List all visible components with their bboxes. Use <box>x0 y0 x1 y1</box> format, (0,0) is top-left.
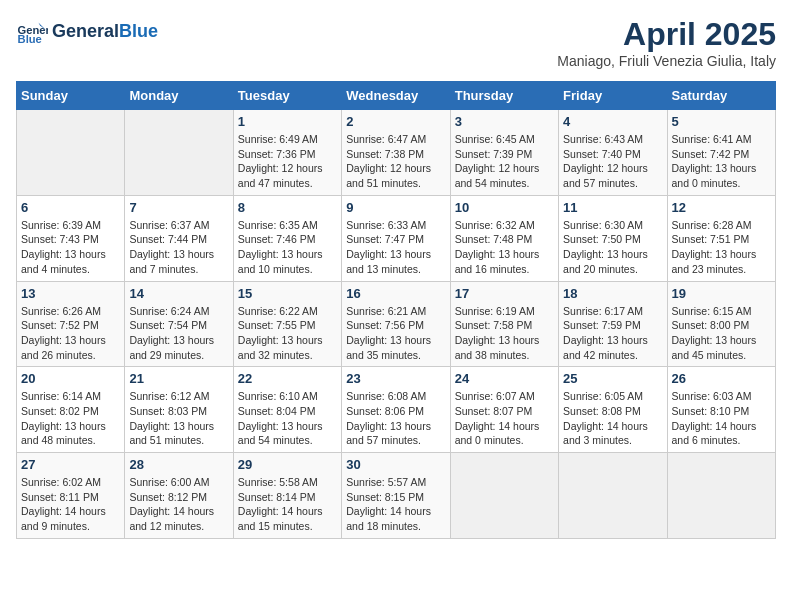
day-number: 30 <box>346 457 445 472</box>
calendar-day-cell: 24Sunrise: 6:07 AMSunset: 8:07 PMDayligh… <box>450 367 558 453</box>
day-number: 10 <box>455 200 554 215</box>
weekday-header-cell: Monday <box>125 82 233 110</box>
day-detail: Sunrise: 6:32 AMSunset: 7:48 PMDaylight:… <box>455 218 554 277</box>
calendar-day-cell: 17Sunrise: 6:19 AMSunset: 7:58 PMDayligh… <box>450 281 558 367</box>
day-detail: Sunrise: 6:30 AMSunset: 7:50 PMDaylight:… <box>563 218 662 277</box>
day-detail: Sunrise: 6:26 AMSunset: 7:52 PMDaylight:… <box>21 304 120 363</box>
calendar-day-cell: 18Sunrise: 6:17 AMSunset: 7:59 PMDayligh… <box>559 281 667 367</box>
calendar-day-cell: 26Sunrise: 6:03 AMSunset: 8:10 PMDayligh… <box>667 367 775 453</box>
calendar-week-row: 1Sunrise: 6:49 AMSunset: 7:36 PMDaylight… <box>17 110 776 196</box>
page-header: General Blue GeneralBlue April 2025 Mani… <box>16 16 776 69</box>
day-number: 28 <box>129 457 228 472</box>
calendar-body: 1Sunrise: 6:49 AMSunset: 7:36 PMDaylight… <box>17 110 776 539</box>
day-number: 5 <box>672 114 771 129</box>
calendar-day-cell: 11Sunrise: 6:30 AMSunset: 7:50 PMDayligh… <box>559 195 667 281</box>
day-number: 8 <box>238 200 337 215</box>
calendar-day-cell <box>559 453 667 539</box>
day-detail: Sunrise: 6:17 AMSunset: 7:59 PMDaylight:… <box>563 304 662 363</box>
day-detail: Sunrise: 6:21 AMSunset: 7:56 PMDaylight:… <box>346 304 445 363</box>
calendar-day-cell: 25Sunrise: 6:05 AMSunset: 8:08 PMDayligh… <box>559 367 667 453</box>
calendar-day-cell: 14Sunrise: 6:24 AMSunset: 7:54 PMDayligh… <box>125 281 233 367</box>
day-detail: Sunrise: 6:19 AMSunset: 7:58 PMDaylight:… <box>455 304 554 363</box>
day-number: 18 <box>563 286 662 301</box>
day-detail: Sunrise: 6:49 AMSunset: 7:36 PMDaylight:… <box>238 132 337 191</box>
day-number: 15 <box>238 286 337 301</box>
day-detail: Sunrise: 5:57 AMSunset: 8:15 PMDaylight:… <box>346 475 445 534</box>
day-number: 1 <box>238 114 337 129</box>
day-number: 12 <box>672 200 771 215</box>
day-detail: Sunrise: 6:15 AMSunset: 8:00 PMDaylight:… <box>672 304 771 363</box>
day-number: 20 <box>21 371 120 386</box>
weekday-header-cell: Thursday <box>450 82 558 110</box>
day-number: 2 <box>346 114 445 129</box>
calendar-day-cell <box>667 453 775 539</box>
calendar-day-cell: 28Sunrise: 6:00 AMSunset: 8:12 PMDayligh… <box>125 453 233 539</box>
calendar-day-cell: 13Sunrise: 6:26 AMSunset: 7:52 PMDayligh… <box>17 281 125 367</box>
calendar-day-cell: 27Sunrise: 6:02 AMSunset: 8:11 PMDayligh… <box>17 453 125 539</box>
day-number: 13 <box>21 286 120 301</box>
logo-text: GeneralBlue <box>52 22 158 42</box>
calendar-day-cell: 7Sunrise: 6:37 AMSunset: 7:44 PMDaylight… <box>125 195 233 281</box>
day-detail: Sunrise: 6:41 AMSunset: 7:42 PMDaylight:… <box>672 132 771 191</box>
calendar-day-cell: 21Sunrise: 6:12 AMSunset: 8:03 PMDayligh… <box>125 367 233 453</box>
calendar-day-cell: 15Sunrise: 6:22 AMSunset: 7:55 PMDayligh… <box>233 281 341 367</box>
day-detail: Sunrise: 6:47 AMSunset: 7:38 PMDaylight:… <box>346 132 445 191</box>
calendar-day-cell: 20Sunrise: 6:14 AMSunset: 8:02 PMDayligh… <box>17 367 125 453</box>
day-number: 9 <box>346 200 445 215</box>
day-number: 7 <box>129 200 228 215</box>
title-block: April 2025 Maniago, Friuli Venezia Giuli… <box>557 16 776 69</box>
weekday-header-row: SundayMondayTuesdayWednesdayThursdayFrid… <box>17 82 776 110</box>
location: Maniago, Friuli Venezia Giulia, Italy <box>557 53 776 69</box>
calendar-day-cell: 10Sunrise: 6:32 AMSunset: 7:48 PMDayligh… <box>450 195 558 281</box>
calendar-day-cell: 30Sunrise: 5:57 AMSunset: 8:15 PMDayligh… <box>342 453 450 539</box>
day-detail: Sunrise: 6:33 AMSunset: 7:47 PMDaylight:… <box>346 218 445 277</box>
logo-icon: General Blue <box>16 16 48 48</box>
day-number: 11 <box>563 200 662 215</box>
calendar-week-row: 27Sunrise: 6:02 AMSunset: 8:11 PMDayligh… <box>17 453 776 539</box>
day-detail: Sunrise: 6:12 AMSunset: 8:03 PMDaylight:… <box>129 389 228 448</box>
day-detail: Sunrise: 6:22 AMSunset: 7:55 PMDaylight:… <box>238 304 337 363</box>
calendar-day-cell: 4Sunrise: 6:43 AMSunset: 7:40 PMDaylight… <box>559 110 667 196</box>
day-detail: Sunrise: 6:39 AMSunset: 7:43 PMDaylight:… <box>21 218 120 277</box>
month-title: April 2025 <box>557 16 776 53</box>
day-number: 16 <box>346 286 445 301</box>
calendar-week-row: 20Sunrise: 6:14 AMSunset: 8:02 PMDayligh… <box>17 367 776 453</box>
calendar-day-cell: 1Sunrise: 6:49 AMSunset: 7:36 PMDaylight… <box>233 110 341 196</box>
day-detail: Sunrise: 6:43 AMSunset: 7:40 PMDaylight:… <box>563 132 662 191</box>
day-number: 26 <box>672 371 771 386</box>
calendar-day-cell <box>450 453 558 539</box>
weekday-header-cell: Friday <box>559 82 667 110</box>
day-number: 22 <box>238 371 337 386</box>
weekday-header-cell: Sunday <box>17 82 125 110</box>
calendar-day-cell: 22Sunrise: 6:10 AMSunset: 8:04 PMDayligh… <box>233 367 341 453</box>
calendar-day-cell: 2Sunrise: 6:47 AMSunset: 7:38 PMDaylight… <box>342 110 450 196</box>
day-detail: Sunrise: 5:58 AMSunset: 8:14 PMDaylight:… <box>238 475 337 534</box>
day-number: 4 <box>563 114 662 129</box>
day-detail: Sunrise: 6:08 AMSunset: 8:06 PMDaylight:… <box>346 389 445 448</box>
day-detail: Sunrise: 6:05 AMSunset: 8:08 PMDaylight:… <box>563 389 662 448</box>
calendar-day-cell: 5Sunrise: 6:41 AMSunset: 7:42 PMDaylight… <box>667 110 775 196</box>
day-detail: Sunrise: 6:02 AMSunset: 8:11 PMDaylight:… <box>21 475 120 534</box>
calendar-day-cell: 3Sunrise: 6:45 AMSunset: 7:39 PMDaylight… <box>450 110 558 196</box>
svg-text:Blue: Blue <box>18 33 42 45</box>
weekday-header-cell: Saturday <box>667 82 775 110</box>
day-detail: Sunrise: 6:28 AMSunset: 7:51 PMDaylight:… <box>672 218 771 277</box>
calendar-week-row: 13Sunrise: 6:26 AMSunset: 7:52 PMDayligh… <box>17 281 776 367</box>
calendar-day-cell: 8Sunrise: 6:35 AMSunset: 7:46 PMDaylight… <box>233 195 341 281</box>
day-number: 3 <box>455 114 554 129</box>
day-number: 21 <box>129 371 228 386</box>
logo: General Blue GeneralBlue <box>16 16 158 48</box>
calendar-day-cell: 23Sunrise: 6:08 AMSunset: 8:06 PMDayligh… <box>342 367 450 453</box>
day-detail: Sunrise: 6:24 AMSunset: 7:54 PMDaylight:… <box>129 304 228 363</box>
day-detail: Sunrise: 6:35 AMSunset: 7:46 PMDaylight:… <box>238 218 337 277</box>
day-number: 25 <box>563 371 662 386</box>
day-number: 27 <box>21 457 120 472</box>
day-detail: Sunrise: 6:10 AMSunset: 8:04 PMDaylight:… <box>238 389 337 448</box>
day-number: 19 <box>672 286 771 301</box>
calendar-day-cell: 12Sunrise: 6:28 AMSunset: 7:51 PMDayligh… <box>667 195 775 281</box>
day-number: 6 <box>21 200 120 215</box>
calendar-day-cell: 16Sunrise: 6:21 AMSunset: 7:56 PMDayligh… <box>342 281 450 367</box>
calendar-day-cell: 9Sunrise: 6:33 AMSunset: 7:47 PMDaylight… <box>342 195 450 281</box>
day-number: 29 <box>238 457 337 472</box>
weekday-header-cell: Tuesday <box>233 82 341 110</box>
